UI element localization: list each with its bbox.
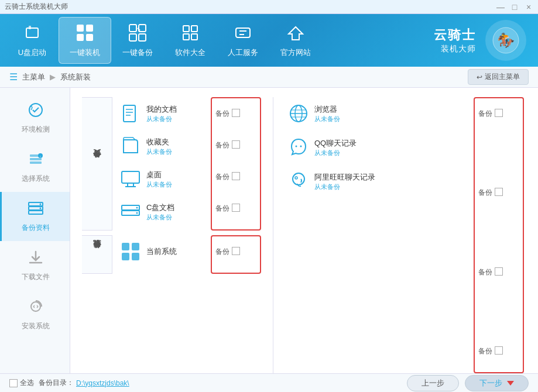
nav-usb-label: U盘启动	[18, 47, 46, 58]
favorites-checkbox[interactable]	[232, 140, 240, 149]
backup-label-2: 备份	[215, 172, 229, 182]
select-all[interactable]: 全选	[9, 378, 34, 388]
qq-name: QQ聊天记录	[314, 138, 361, 149]
list-item: 桌面 从未备份	[115, 163, 208, 195]
svg-rect-13	[183, 34, 189, 40]
desktop-backup[interactable]: 备份	[215, 164, 256, 195]
nav-website[interactable]: 官方网站	[269, 17, 322, 64]
svg-rect-6	[129, 25, 136, 32]
nav-software[interactable]: 软件大全	[164, 17, 217, 64]
ali-checkbox[interactable]	[495, 267, 503, 276]
ali-backup[interactable]: 备份	[478, 259, 519, 291]
desktop-icon	[119, 168, 142, 190]
my-docs-backup[interactable]: 备份	[215, 101, 256, 132]
nav-service[interactable]: 人工服务	[217, 17, 269, 64]
svg-rect-46	[132, 243, 139, 250]
hw-backup[interactable]: 备份	[478, 338, 519, 370]
qq-checkbox[interactable]	[495, 188, 503, 196]
oneclick-backup-icon	[128, 23, 147, 45]
backup-system-col: 备份	[211, 235, 261, 274]
qq-icon	[287, 136, 310, 159]
nav-software-label: 软件大全	[175, 47, 205, 58]
browser-name: 浏览器	[314, 104, 361, 115]
sidebar-item-install[interactable]: 安装系统	[0, 290, 70, 339]
hw-backup-label: 备份	[478, 346, 492, 356]
current-sys-checkbox[interactable]	[232, 247, 240, 255]
back-icon: ↩	[477, 73, 482, 81]
backup-icon	[28, 200, 44, 220]
sidebar: 环境检测 ↓ 选择系统	[0, 88, 70, 373]
ali-backup-label: 备份	[478, 267, 492, 277]
ali-icon	[287, 170, 310, 192]
sidebar-item-download[interactable]: 下载文件	[0, 241, 70, 290]
app-title: 云骑士系统装机大师	[5, 2, 68, 12]
back-button[interactable]: ↩ 返回主菜单	[468, 69, 529, 85]
browser-checkbox[interactable]	[495, 109, 503, 117]
close-btn[interactable]: ×	[524, 2, 533, 12]
browser-backup[interactable]: 备份	[478, 101, 519, 132]
next-button[interactable]: 下一步	[465, 375, 529, 391]
nav-website-label: 官方网站	[280, 47, 311, 58]
svg-rect-48	[132, 253, 139, 260]
backup-dir-path[interactable]: D:\yqsxtzjds\bak\	[76, 379, 129, 387]
sidebar-item-select[interactable]: ↓ 选择系统	[0, 143, 70, 192]
qq-status: 从未备份	[314, 149, 361, 157]
svg-text:↓: ↓	[40, 154, 42, 158]
nav-oneclick-install[interactable]: 一键装机	[59, 17, 111, 64]
prev-label: 上一步	[422, 379, 444, 387]
svg-point-32	[31, 302, 40, 311]
list-item: C盘文档 从未备份	[115, 195, 208, 228]
svg-point-29	[40, 204, 42, 205]
maximize-btn[interactable]: □	[510, 2, 519, 12]
favorites-info: 收藏夹 从未备份	[146, 137, 193, 156]
svg-point-44	[136, 212, 138, 214]
backup-label-sys: 备份	[215, 247, 229, 257]
vertical-divider	[273, 97, 273, 373]
desktop-checkbox[interactable]	[232, 172, 240, 180]
nav-oneclick-backup[interactable]: 一键备份	[111, 17, 164, 64]
favorites-backup[interactable]: 备份	[215, 132, 256, 164]
svg-rect-45	[122, 243, 129, 250]
browser-icon	[287, 102, 310, 125]
svg-rect-3	[86, 25, 93, 32]
brand: 云骑士 装机大师 🏇	[434, 20, 526, 61]
svg-rect-1	[29, 26, 31, 29]
select-all-checkbox[interactable]	[9, 379, 18, 387]
svg-point-43	[136, 207, 138, 209]
main-area: 环境检测 ↓ 选择系统	[0, 88, 538, 373]
minimize-btn[interactable]: —	[496, 2, 505, 12]
brand-sub: 装机大师	[434, 44, 476, 54]
current-sys-info: 当前系统	[146, 246, 193, 257]
prev-button[interactable]: 上一步	[407, 375, 459, 391]
window-controls[interactable]: — □ ×	[496, 2, 533, 12]
backup-label-1: 备份	[215, 140, 229, 150]
qq-backup[interactable]: 备份	[478, 180, 519, 211]
cdocs-backup[interactable]: 备份	[215, 195, 256, 227]
sidebar-select-label: 选择系统	[22, 174, 50, 184]
svg-rect-0	[26, 28, 38, 37]
right-backup-col: 备份 备份 备份 备份	[474, 97, 524, 373]
env-icon	[28, 102, 44, 122]
usb-icon	[23, 23, 42, 45]
footer: 全选 备份目录： D:\yqsxtzjds\bak\ 上一步 下一步	[0, 373, 538, 392]
my-docs-checkbox[interactable]	[232, 109, 240, 117]
svg-point-56	[293, 173, 304, 185]
svg-rect-12	[191, 26, 197, 32]
arrow-icon	[507, 381, 514, 386]
svg-point-55	[300, 146, 302, 147]
current-sys-backup[interactable]: 备份	[215, 239, 256, 270]
software-icon	[181, 23, 200, 45]
favorites-status: 从未备份	[146, 147, 193, 156]
backup-dir-label: 备份目录：	[39, 378, 74, 388]
cdocs-checkbox[interactable]	[232, 204, 240, 212]
hw-checkbox[interactable]	[495, 346, 503, 355]
sidebar-item-env[interactable]: 环境检测	[0, 94, 70, 143]
sidebar-item-backup[interactable]: 备份资料	[0, 192, 70, 241]
nav-usb[interactable]: U盘启动	[6, 17, 59, 64]
cdocs-info: C盘文档 从未备份	[146, 202, 193, 222]
title-bar: 云骑士系统装机大师 — □ ×	[0, 0, 538, 14]
list-item: 我的文档 从未备份	[115, 97, 208, 130]
sidebar-env-label: 环境检测	[22, 125, 50, 135]
my-docs-icon	[119, 102, 142, 125]
svg-rect-8	[129, 34, 136, 41]
